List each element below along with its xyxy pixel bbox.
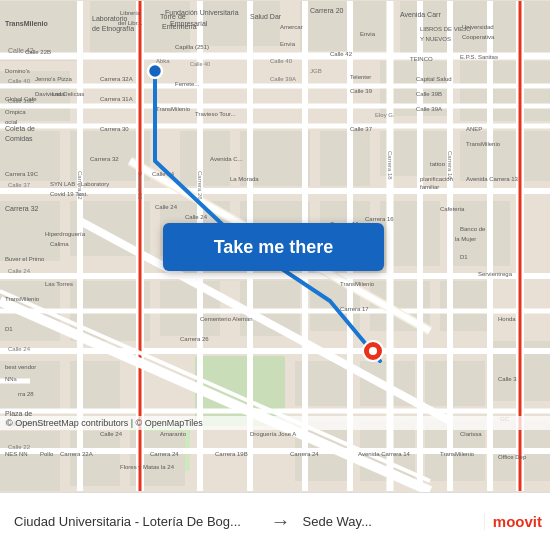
svg-text:Calle 40: Calle 40: [8, 78, 31, 84]
svg-rect-39: [320, 131, 370, 186]
svg-text:Travieso Tour...: Travieso Tour...: [195, 111, 236, 117]
svg-text:Carrera 22A: Carrera 22A: [60, 451, 93, 457]
svg-text:TransMilenio: TransMilenio: [466, 141, 501, 147]
svg-text:Ompica: Ompica: [5, 109, 26, 115]
svg-text:Banco de: Banco de: [460, 226, 486, 232]
svg-text:Avenida Carrera 14: Avenida Carrera 14: [358, 451, 411, 457]
svg-text:planificación: planificación: [420, 176, 453, 182]
svg-text:Calle 22: Calle 22: [8, 444, 31, 450]
svg-text:Carrera 24: Carrera 24: [290, 451, 319, 457]
svg-text:Carrera 26: Carrera 26: [197, 171, 203, 200]
svg-text:rra 28: rra 28: [18, 391, 34, 397]
svg-text:Calle 3: Calle 3: [498, 376, 517, 382]
svg-text:Carrera 24: Carrera 24: [150, 451, 179, 457]
svg-text:E.P.S. Sanitas: E.P.S. Sanitas: [460, 54, 498, 60]
svg-text:TransMilenio: TransMilenio: [5, 296, 40, 302]
svg-text:la Mujer: la Mujer: [455, 236, 476, 242]
svg-text:Calle 37: Calle 37: [8, 182, 31, 188]
svg-text:Capital Salud: Capital Salud: [416, 76, 452, 82]
svg-text:Pollo: Pollo: [40, 451, 54, 457]
svg-text:Covid 19 Test.: Covid 19 Test.: [50, 191, 88, 197]
svg-text:Eloy G.: Eloy G.: [375, 112, 395, 118]
svg-text:Universidad: Universidad: [462, 24, 494, 30]
svg-text:Global Cafe: Global Cafe: [5, 96, 37, 102]
svg-text:Calle 24: Calle 24: [185, 214, 208, 220]
moovit-logo: moovit: [484, 513, 542, 530]
svg-text:del Libr...: del Libr...: [118, 20, 143, 26]
svg-text:Calle 24: Calle 24: [155, 204, 178, 210]
svg-rect-30: [0, 431, 60, 491]
svg-text:Droguería Jose A: Droguería Jose A: [250, 431, 296, 437]
svg-text:Carrera 31A: Carrera 31A: [100, 96, 133, 102]
svg-text:NES NN: NES NN: [5, 451, 28, 457]
svg-text:Envia: Envia: [280, 41, 296, 47]
svg-text:Calle 24: Calle 24: [8, 346, 31, 352]
svg-text:Avenida Carr: Avenida Carr: [400, 11, 441, 18]
svg-text:Capilla (251): Capilla (251): [175, 44, 209, 50]
svg-text:D1: D1: [460, 254, 468, 260]
bottom-bar: Ciudad Universitaria - Lotería De Bog...…: [0, 492, 550, 550]
svg-text:Avenida C...: Avenida C...: [210, 156, 243, 162]
svg-text:Envia: Envia: [360, 31, 376, 37]
svg-text:Buver el Primo: Buver el Primo: [5, 256, 45, 262]
svg-text:TEINCO: TEINCO: [410, 56, 433, 62]
svg-text:SYN LAB - Laboratory: SYN LAB - Laboratory: [50, 181, 109, 187]
svg-text:Jenno's Pizza: Jenno's Pizza: [35, 76, 72, 82]
svg-text:Y NUEVOS: Y NUEVOS: [420, 36, 451, 42]
svg-text:Las Torres: Las Torres: [45, 281, 73, 287]
svg-rect-11: [460, 131, 550, 181]
svg-point-198: [369, 347, 377, 355]
svg-text:Calle 39: Calle 39: [350, 88, 373, 94]
svg-text:Domino's: Domino's: [5, 68, 30, 74]
svg-text:Carrera 32A: Carrera 32A: [100, 76, 133, 82]
svg-text:Calle 40: Calle 40: [190, 61, 210, 67]
svg-point-196: [148, 64, 162, 78]
svg-text:Calle 40: Calle 40: [270, 58, 293, 64]
svg-text:D1: D1: [5, 326, 13, 332]
svg-text:Cooperativa: Cooperativa: [462, 34, 495, 40]
svg-text:Office Dep: Office Dep: [498, 454, 527, 460]
svg-text:Empresarial: Empresarial: [170, 20, 208, 28]
svg-text:Calle 42: Calle 42: [330, 51, 353, 57]
svg-text:Honda: Honda: [498, 316, 516, 322]
svg-rect-6: [200, 1, 280, 46]
svg-text:Clarissa: Clarissa: [460, 431, 482, 437]
svg-text:Carrera 17: Carrera 17: [340, 306, 369, 312]
svg-text:tattoo: tattoo: [430, 161, 446, 167]
svg-rect-29: [425, 361, 485, 406]
svg-text:Telenter: Telenter: [350, 74, 371, 80]
route-to: Sede Way...: [297, 510, 480, 534]
svg-text:best vendor: best vendor: [5, 364, 36, 370]
svg-rect-9: [460, 61, 550, 121]
map-area[interactable]: Calle 42 Calle 40 Calle 39B Calle 37 Cal…: [0, 0, 550, 492]
svg-text:ANEP: ANEP: [466, 126, 482, 132]
svg-text:Amaranto: Amaranto: [160, 431, 187, 437]
svg-text:Coleta de: Coleta de: [5, 125, 35, 132]
svg-text:Calima: Calima: [50, 241, 69, 247]
svg-text:Carrera 30: Carrera 30: [137, 171, 143, 200]
svg-text:Carrera 16: Carrera 16: [365, 216, 394, 222]
moovit-logo-text: moovit: [493, 513, 542, 530]
svg-text:Calle 39A: Calle 39A: [416, 106, 442, 112]
route-from: Ciudad Universitaria - Lotería De Bog...: [8, 510, 265, 534]
route-arrow: →: [265, 510, 297, 533]
svg-text:JGB: JGB: [310, 68, 322, 74]
svg-text:TransMilenio: TransMilenio: [340, 281, 375, 287]
svg-text:Hiperdroguería: Hiperdroguería: [45, 231, 86, 237]
svg-text:Fundación Universitaria: Fundación Universitaria: [165, 9, 239, 16]
svg-text:Cafeteria: Cafeteria: [440, 206, 465, 212]
svg-text:Carrera 32: Carrera 32: [5, 205, 39, 212]
svg-text:Servientrega: Servientrega: [478, 271, 513, 277]
svg-text:TransMilenio: TransMilenio: [156, 106, 191, 112]
route-to-text: Sede Way...: [303, 514, 372, 530]
svg-text:Avenida Carrera 13: Avenida Carrera 13: [466, 176, 519, 182]
map-attribution: © OpenStreetMap contributors | © OpenMap…: [0, 416, 550, 430]
take-me-there-button[interactable]: Take me there: [163, 223, 384, 271]
svg-text:Calle 22B: Calle 22B: [25, 49, 51, 55]
svg-text:Carrera 20: Carrera 20: [310, 7, 344, 14]
svg-text:Flores y Matas la 24: Flores y Matas la 24: [120, 464, 175, 470]
svg-text:Abka: Abka: [156, 58, 170, 64]
svg-text:Carrera 18: Carrera 18: [387, 151, 393, 180]
svg-text:Comidas: Comidas: [5, 135, 33, 142]
svg-text:Carrera 32: Carrera 32: [90, 156, 119, 162]
